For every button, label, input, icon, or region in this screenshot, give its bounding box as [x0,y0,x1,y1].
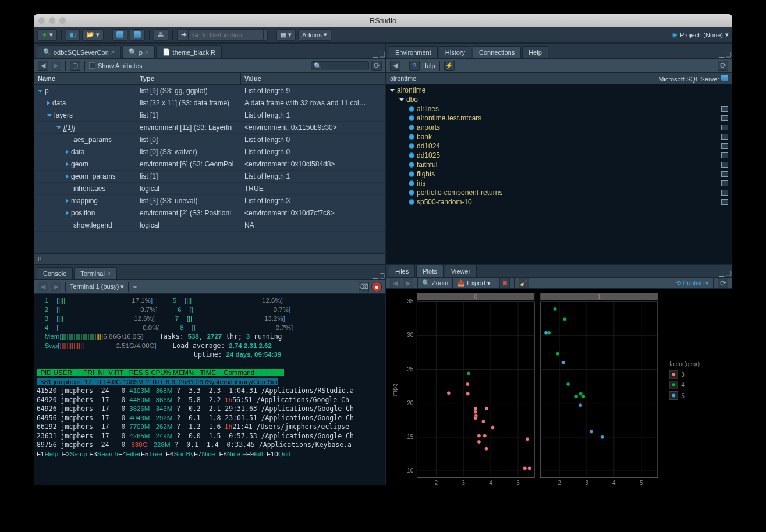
explorer-row[interactable]: mappinglist [3] (S3: uneval)List of leng… [34,195,385,207]
connection-tree-item[interactable]: airlines [386,104,732,114]
explorer-row[interactable]: show.legendlogicalNA [34,219,385,232]
show-attributes-checkbox[interactable] [89,62,95,69]
tab-plots[interactable]: Plots [416,265,443,277]
new-project-button[interactable]: ◧ [66,29,80,41]
connection-tree-item[interactable]: sp500-random-10 [386,197,732,207]
tab-viewer[interactable]: Viewer [445,265,477,277]
addins-button[interactable]: Addins ▾ [298,29,331,41]
connection-tree-item[interactable]: dd1025 [386,151,732,160]
open-file-button[interactable]: 📂 ▾ [82,29,104,41]
minimize-pane-icon[interactable]: ▁ [373,50,378,58]
explorer-row[interactable]: datalist [0] (S3: waiver)List of length … [34,146,385,158]
explorer-row[interactable]: geomenvironment [6] (S3: GeomPoi<environ… [34,158,385,171]
preview-table-icon[interactable] [721,152,728,158]
connection-tree-item[interactable]: dd1024 [386,141,732,151]
search-input[interactable] [311,61,369,70]
back-button[interactable]: ◀ [38,61,48,71]
back-button[interactable]: ◀ [38,282,48,292]
goto-file-input[interactable] [188,30,264,40]
chevron-down-icon[interactable] [399,98,404,101]
explorer-row[interactable]: [[1]]environment [12] (S3: LayerIn<envir… [34,122,385,134]
new-file-button[interactable]: ＋ ▾ [37,29,57,41]
expand-arrow-icon[interactable] [47,114,52,117]
clear-plots-button[interactable]: 🧹 [519,278,529,288]
help-label[interactable]: Help [422,62,435,69]
back-button[interactable]: ◀ [390,278,400,288]
tab-p[interactable]: 🔍 p× [122,45,155,58]
clear-button[interactable]: ⌫ [359,282,369,292]
col-value[interactable]: Value [241,73,385,84]
connection-tree-item[interactable]: iris [386,179,732,188]
connection-tree-item[interactable]: airontime [386,86,732,95]
col-name[interactable]: Name [34,73,136,84]
terminal-body[interactable]: 1 [|||| 17.1%] 5 [||| 12.6%] 2 [| 0.7%] … [34,294,385,485]
connection-tree-item[interactable]: portfolio-component-returns [386,188,732,197]
connection-tree[interactable]: airontimedboairlinesairontime.test.mtcar… [386,84,732,264]
chevron-down-icon[interactable] [390,89,395,92]
minimize-pane-icon[interactable]: ▁ [719,50,724,58]
terminal-dropdown[interactable]: Terminal 1 (busy) ▾ [70,283,124,290]
preview-table-icon[interactable] [721,162,728,168]
explorer-row[interactable]: plist [9] (S3: gg, ggplot)List of length… [34,85,385,97]
maximize-pane-icon[interactable]: ▢ [379,271,385,279]
titlebar[interactable]: RStudio [34,14,732,27]
publish-button[interactable]: ⟲ Publish ▾ [676,279,709,287]
preview-table-icon[interactable] [721,125,728,130]
tab-help[interactable]: Help [522,46,548,58]
preview-table-icon[interactable] [721,115,728,121]
expand-arrow-icon[interactable] [66,162,69,166]
save-all-button[interactable] [130,29,145,41]
back-button[interactable]: ◀ [390,61,400,71]
zoom-button[interactable]: 🔍 Zoom [422,279,448,287]
expand-arrow-icon[interactable] [47,101,50,105]
refresh-button[interactable]: ⟳ [371,61,382,71]
expand-arrow-icon[interactable] [66,174,69,179]
preview-table-icon[interactable] [721,199,728,205]
connection-tree-item[interactable]: bank [386,132,732,141]
panes-button[interactable]: ▦ ▾ [276,29,296,41]
explorer-row[interactable]: datalist [32 x 11] (S3: data.frame)A dat… [34,97,385,109]
maximize-pane-icon[interactable]: ▢ [379,50,385,58]
preview-table-icon[interactable] [721,190,728,196]
forward-button[interactable]: ▶ [51,282,61,292]
preview-table-icon[interactable] [721,134,728,140]
project-menu[interactable]: ◉ Project: (None) ▾ [672,31,729,38]
explorer-row[interactable]: inherit.aeslogicalTRUE [34,183,385,195]
expand-arrow-icon[interactable] [66,198,69,203]
expand-arrow-icon[interactable] [38,90,42,93]
tab-environment[interactable]: Environment [389,46,438,58]
tab-theme-black[interactable]: 📄 theme_black.R [156,45,222,58]
save-button[interactable] [112,29,127,41]
forward-button[interactable]: ▶ [403,278,413,288]
minimize-pane-icon[interactable]: ▁ [373,271,378,279]
plot-area[interactable]: 0234512345101520253035mpgwtfactor(gear)3… [386,289,732,485]
connection-tree-item[interactable]: flights [386,169,732,179]
refresh-button[interactable]: ⟳ [718,61,728,71]
expand-arrow-icon[interactable] [56,126,61,129]
stop-button[interactable]: ● [371,282,382,292]
explorer-body[interactable]: plist [9] (S3: gg, ggplot)List of length… [34,85,385,253]
explorer-row[interactable]: positionenvironment [2] (S3: PositionI<e… [34,207,385,219]
connection-tree-item[interactable]: faithful [386,160,732,169]
tab-console[interactable]: Console [37,267,73,279]
connection-tree-item[interactable]: dbo [386,95,732,104]
tab-odbc[interactable]: 🔍 odbcSQLSeverCon× [37,45,121,58]
export-button[interactable]: 📤 Export ▾ [457,279,491,287]
tab-connections[interactable]: Connections [473,46,521,58]
preview-table-icon[interactable] [721,106,728,112]
maximize-pane-icon[interactable]: ▢ [725,50,732,58]
disconnect-button[interactable]: ⚡ [444,61,455,71]
explorer-row[interactable]: layerslist [1]List of length 1 [34,109,385,122]
filter-button[interactable]: ▢ [70,61,80,71]
remove-plot-button[interactable]: ✖ [499,278,510,288]
refresh-button[interactable]: ⟳ [718,278,728,288]
tab-terminal[interactable]: Terminal× [74,267,116,279]
explorer-row[interactable]: geom_paramslist [1]List of length 1 [34,171,385,183]
forward-button[interactable]: ▶ [51,61,61,71]
maximize-pane-icon[interactable]: ▢ [725,269,732,277]
col-type[interactable]: Type [136,73,241,84]
preview-table-icon[interactable] [721,171,728,177]
connection-tree-item[interactable]: airontime.test.mtcars [386,114,732,123]
goto-file-button[interactable]: ➜ [177,29,268,41]
preview-table-icon[interactable] [721,143,728,149]
